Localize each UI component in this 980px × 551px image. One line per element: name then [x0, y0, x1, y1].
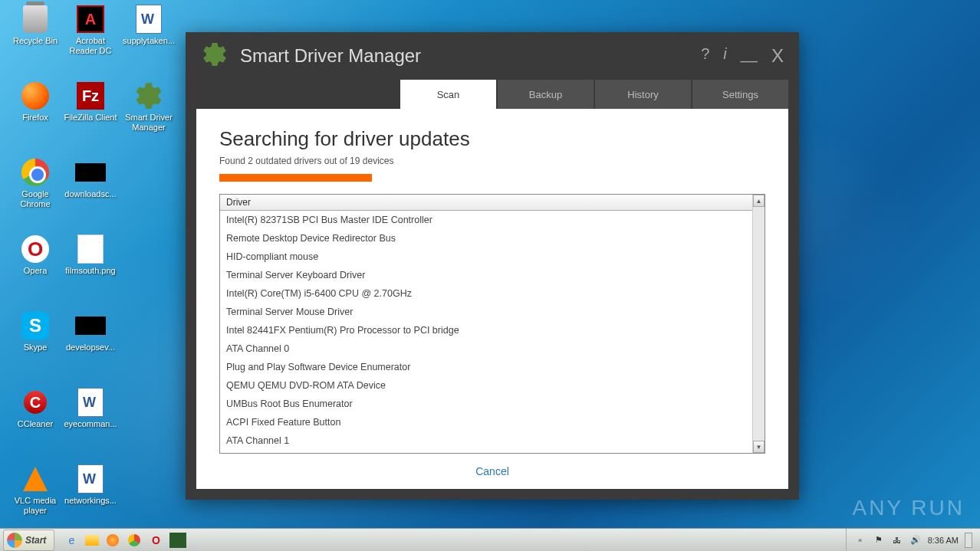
- eyecomman-icon: [75, 387, 106, 418]
- tab-backup[interactable]: Backup: [498, 80, 594, 109]
- taskbar-sdm-icon[interactable]: [169, 533, 186, 548]
- windows-logo-icon: [7, 533, 22, 548]
- app-content: Searching for driver updates Found 2 out…: [196, 109, 788, 489]
- start-button[interactable]: Start: [3, 530, 54, 551]
- taskbar-firefox-icon[interactable]: [105, 533, 120, 548]
- filezilla[interactable]: FzFileZilla Client: [63, 80, 118, 123]
- table-row[interactable]: ATA Channel 1: [220, 431, 752, 450]
- driver-list: Driver Intel(R) 82371SB PCI Bus Master I…: [220, 195, 752, 453]
- cancel-button[interactable]: Cancel: [475, 465, 509, 477]
- scroll-down-button[interactable]: ▼: [753, 441, 765, 453]
- desktop-icon-label: Firefox: [8, 113, 63, 123]
- table-row[interactable]: Intel(R) 82371SB PCI Bus Master IDE Cont…: [220, 211, 752, 229]
- table-row[interactable]: Terminal Server Mouse Driver: [220, 303, 752, 321]
- system-tray: « ⚑ 🖧 🔊 8:36 AM: [846, 529, 980, 551]
- desktop-icon-label: developsev...: [63, 343, 118, 353]
- tray-volume-icon[interactable]: 🔊: [909, 534, 922, 546]
- start-label: Start: [25, 535, 46, 546]
- table-row[interactable]: Intel 82441FX Pentium(R) Pro Processor t…: [220, 321, 752, 339]
- scan-subheading: Found 2 outdated drivers out of 19 devic…: [219, 156, 765, 166]
- vlc[interactable]: VLC media player: [8, 464, 63, 516]
- taskbar-opera-icon[interactable]: O: [148, 533, 163, 548]
- desktop-icon-label: FileZilla Client: [63, 113, 118, 123]
- developsev-icon: [75, 310, 106, 341]
- desktop-icon-label: filmsouth.png: [63, 266, 118, 276]
- filmsouth[interactable]: filmsouth.png: [63, 234, 118, 276]
- scrollbar[interactable]: ▲ ▼: [752, 195, 765, 453]
- skype[interactable]: SSkype: [8, 310, 63, 353]
- skype-icon: S: [20, 310, 51, 341]
- eyecomman[interactable]: eyecomman...: [63, 387, 118, 429]
- table-row[interactable]: ATA Channel 0: [220, 339, 752, 358]
- desktop-icon-label: Acrobat Reader DC: [63, 36, 118, 56]
- opera[interactable]: Opera: [8, 234, 63, 276]
- desktop-icon-label: supplytaken...: [121, 36, 176, 46]
- help-button[interactable]: ?: [701, 45, 709, 67]
- quick-launch: e O: [58, 533, 192, 548]
- table-row[interactable]: Intel(R) Core(TM) i5-6400 CPU @ 2.70GHz: [220, 284, 752, 303]
- downloadsc[interactable]: downloadsc...: [63, 157, 118, 199]
- supplytaken-icon: [133, 4, 164, 34]
- driver-table: Driver Intel(R) 82371SB PCI Bus Master I…: [219, 194, 765, 454]
- app-tabs: ScanBackupHistorySettings: [186, 80, 799, 109]
- desktop-icon-label: VLC media player: [8, 496, 63, 516]
- table-row[interactable]: Terminal Server Keyboard Driver: [220, 266, 752, 284]
- supplytaken[interactable]: supplytaken...: [121, 4, 176, 46]
- app-titlebar[interactable]: Smart Driver Manager ? i __ X: [186, 32, 799, 80]
- filezilla-icon: Fz: [75, 80, 106, 111]
- tab-scan[interactable]: Scan: [400, 80, 496, 109]
- tab-settings[interactable]: Settings: [692, 80, 788, 109]
- firefox[interactable]: Firefox: [8, 80, 63, 123]
- developsev[interactable]: developsev...: [63, 310, 118, 353]
- taskbar-explorer-icon[interactable]: [85, 535, 99, 546]
- close-button[interactable]: X: [771, 45, 784, 67]
- smart-driver-manager-shortcut-icon: [133, 80, 164, 111]
- tray-network-icon[interactable]: 🖧: [891, 534, 903, 546]
- table-header-driver[interactable]: Driver: [220, 195, 752, 211]
- desktop-icon-label: eyecomman...: [63, 419, 118, 429]
- tray-flag-icon[interactable]: ⚑: [873, 534, 885, 546]
- adobe-reader[interactable]: Acrobat Reader DC: [63, 4, 118, 56]
- ccleaner-icon: [20, 387, 51, 418]
- chrome-icon: [20, 157, 51, 188]
- opera-icon: [20, 234, 51, 264]
- clock[interactable]: 8:36 AM: [928, 536, 959, 545]
- smart-driver-manager-shortcut[interactable]: Smart Driver Manager: [121, 80, 176, 133]
- table-row[interactable]: UMBus Root Bus Enumerator: [220, 395, 752, 413]
- desktop-icon-label: Smart Driver Manager: [121, 113, 176, 133]
- progress-bar: [219, 174, 765, 182]
- networkings[interactable]: networkings...: [63, 464, 118, 506]
- recycle-bin-icon: [20, 4, 51, 34]
- tray-expand-icon[interactable]: «: [854, 534, 867, 546]
- scan-heading: Searching for driver updates: [219, 127, 765, 151]
- taskbar-ie-icon[interactable]: e: [64, 533, 79, 548]
- tab-history[interactable]: History: [595, 80, 691, 109]
- adobe-reader-icon: [75, 4, 106, 34]
- taskbar: Start e O « ⚑ 🖧 🔊 8:36 AM: [0, 528, 980, 551]
- chrome[interactable]: Google Chrome: [8, 157, 63, 209]
- desktop-icon-label: networkings...: [63, 496, 118, 506]
- progress-fill: [219, 174, 372, 182]
- table-row[interactable]: HID-compliant mouse: [220, 248, 752, 266]
- ccleaner[interactable]: CCleaner: [8, 387, 63, 429]
- desktop-icon-label: CCleaner: [8, 419, 63, 429]
- table-row[interactable]: ACPI Fixed Feature Button: [220, 413, 752, 431]
- downloadsc-icon: [75, 157, 106, 188]
- info-button[interactable]: i: [723, 45, 726, 67]
- taskbar-chrome-icon[interactable]: [127, 533, 142, 548]
- smart-driver-manager-window: Smart Driver Manager ? i __ X ScanBackup…: [186, 32, 799, 500]
- table-row[interactable]: Remote Desktop Device Redirector Bus: [220, 229, 752, 248]
- gear-icon: [201, 41, 229, 71]
- vlc-icon: [20, 464, 51, 494]
- watermark: ANY RUN: [852, 496, 965, 520]
- table-row[interactable]: Plug and Play Software Device Enumerator: [220, 358, 752, 376]
- show-desktop-button[interactable]: [965, 533, 972, 548]
- watermark-text: ANY RUN: [852, 496, 965, 520]
- desktop-icon-label: Google Chrome: [8, 189, 63, 209]
- networkings-icon: [75, 464, 106, 494]
- minimize-button[interactable]: __: [741, 45, 758, 67]
- desktop-icon-label: Opera: [8, 266, 63, 276]
- scroll-up-button[interactable]: ▲: [753, 195, 765, 207]
- table-row[interactable]: QEMU QEMU DVD-ROM ATA Device: [220, 376, 752, 395]
- recycle-bin[interactable]: Recycle Bin: [8, 4, 63, 46]
